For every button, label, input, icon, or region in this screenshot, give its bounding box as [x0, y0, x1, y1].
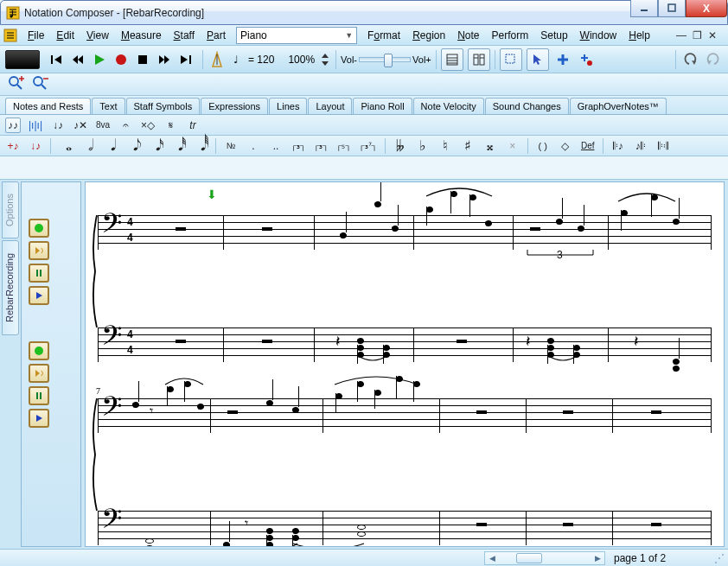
tab-lines[interactable]: Lines	[269, 98, 307, 114]
tool-paren[interactable]: ( )	[535, 138, 551, 154]
app-menu-icon[interactable]	[3, 29, 17, 42]
panic-stop-button[interactable]	[5, 50, 40, 69]
undo-button[interactable]	[680, 50, 699, 69]
tool-down-note-2[interactable]: ↓♪	[28, 138, 43, 154]
tool-default[interactable]: Def	[580, 138, 596, 154]
tool-tuplet-3b[interactable]: ┌₃┐	[313, 138, 329, 154]
go-start-button[interactable]	[47, 50, 66, 69]
mdi-restore-button[interactable]: ❐	[692, 29, 702, 41]
track-1-mute-button[interactable]	[29, 219, 49, 238]
track-1-play-button[interactable]	[29, 286, 49, 305]
tab-sound-changes[interactable]: Sound Changes	[485, 98, 569, 114]
tool-sixteenth-note[interactable]: 𝅘𝅥𝅯	[148, 138, 163, 154]
pointer-tool-button[interactable]	[527, 48, 549, 71]
tool-dot[interactable]: .	[246, 138, 261, 154]
tab-expressions[interactable]: Expressions	[201, 98, 268, 114]
fast-forward-button[interactable]	[155, 50, 174, 69]
rewind-button[interactable]	[68, 50, 87, 69]
tool-no-dot[interactable]: №	[223, 138, 239, 154]
menu-perform[interactable]: Perform	[487, 28, 534, 43]
menu-file[interactable]: File	[22, 28, 49, 43]
tab-piano-roll[interactable]: Piano Roll	[353, 98, 412, 114]
menu-region[interactable]: Region	[407, 28, 450, 43]
track-1-config-button[interactable]	[29, 264, 49, 283]
tool-flat[interactable]: ♭	[415, 138, 431, 154]
add-tool-button[interactable]	[553, 50, 572, 69]
tool-tuplet-5[interactable]: ┌₅┐	[335, 138, 351, 154]
zoom-stepper[interactable]	[319, 50, 331, 69]
view-page-button[interactable]	[441, 48, 463, 71]
tool-ornament[interactable]: ×◇	[140, 118, 156, 133]
tool-beamed-notes[interactable]: ♪♪	[5, 118, 21, 133]
tool-x-note[interactable]: ♪✕	[73, 118, 88, 133]
view-continuous-button[interactable]	[468, 48, 490, 71]
tool-trill[interactable]: tr	[185, 118, 201, 133]
tool-32nd-note[interactable]: 𝅘𝅥𝅰	[170, 138, 186, 154]
tool-down-note[interactable]: ↓♪	[50, 118, 66, 133]
menu-window[interactable]: Window	[575, 28, 623, 43]
menu-part[interactable]: Part	[201, 28, 231, 43]
sidetab-rebarrecording[interactable]: RebarRecording	[2, 240, 19, 335]
zoom-in-button[interactable]	[7, 74, 24, 94]
tool-double-sharp[interactable]: 𝄪	[482, 138, 498, 154]
menu-edit[interactable]: EditEdit	[51, 28, 80, 43]
maximize-button[interactable]	[658, 0, 686, 17]
menu-format[interactable]: Format	[362, 28, 406, 43]
tool-double-flat[interactable]: 𝄫	[393, 138, 408, 154]
menu-help[interactable]: Help	[623, 28, 655, 43]
scroll-thumb[interactable]	[516, 553, 542, 563]
part-select[interactable]: Piano ▼	[236, 27, 357, 44]
menu-note[interactable]: Note	[452, 28, 484, 43]
tab-graph-over-notes[interactable]: GraphOverNotes™	[570, 98, 667, 114]
tool-bars[interactable]: |ı|ı|	[28, 118, 43, 133]
track-2-mute-button[interactable]	[29, 341, 49, 360]
tool-8va[interactable]: 8va	[95, 118, 111, 133]
tool-sharp[interactable]: ♯	[460, 138, 476, 154]
minimize-button[interactable]	[630, 0, 658, 17]
tool-repeat-both[interactable]: 𝄆𝄇	[655, 138, 671, 154]
scroll-right-button[interactable]: ▶	[591, 552, 604, 564]
tool-repeat-start[interactable]: 𝄆♪	[610, 138, 626, 154]
select-tool-button[interactable]	[500, 48, 522, 71]
tab-staff-symbols[interactable]: Staff Symbols	[126, 98, 201, 114]
track-2-play-button[interactable]	[29, 409, 49, 428]
stop-button[interactable]	[133, 50, 152, 69]
mdi-close-button[interactable]: ✕	[707, 29, 718, 41]
go-end-button[interactable]	[176, 50, 195, 69]
redo-button[interactable]	[704, 50, 723, 69]
track-1-solo-button[interactable]	[29, 241, 49, 260]
tool-natural[interactable]: ♮	[437, 138, 453, 154]
metronome-icon[interactable]	[208, 50, 227, 69]
zoom-out-button[interactable]	[31, 74, 48, 94]
tool-whole-note[interactable]: 𝅝	[58, 138, 73, 154]
menu-setup[interactable]: Setup	[535, 28, 572, 43]
record-button[interactable]	[112, 50, 131, 69]
scroll-left-button[interactable]: ◀	[485, 552, 499, 564]
tool-tuplet-37[interactable]: ┌₃⁷┐	[359, 138, 378, 154]
track-2-solo-button[interactable]	[29, 364, 49, 383]
menu-measure[interactable]: Measure	[116, 28, 167, 43]
tool-double-dot[interactable]: ..	[268, 138, 284, 154]
tool-64th-note[interactable]: 𝅘𝅥𝅱	[193, 138, 208, 154]
volume-slider[interactable]: Vol- Vol+	[341, 54, 431, 65]
resize-grip-icon[interactable]: ⋰	[714, 552, 725, 564]
score-canvas[interactable]: ⬇ 𝄢 44	[85, 181, 725, 547]
tool-tuplet-3a[interactable]: ┌₃┐	[291, 138, 306, 154]
tab-note-velocity[interactable]: Note Velocity	[413, 98, 484, 114]
tool-quarter-note[interactable]: 𝅘𝅥	[103, 138, 118, 154]
close-button[interactable]: X	[686, 0, 727, 17]
tool-half-note[interactable]: 𝅗𝅥	[80, 138, 96, 154]
menu-staff[interactable]: Staff	[169, 28, 200, 43]
tab-layout[interactable]: Layout	[308, 98, 352, 114]
add-note-tool-button[interactable]	[577, 50, 596, 69]
mdi-minimize-button[interactable]: —	[676, 29, 686, 41]
tool-repeat-end[interactable]: ♪𝄆	[633, 138, 648, 154]
tool-remove-accidental[interactable]: ×	[505, 138, 520, 154]
horizontal-scrollbar[interactable]: ◀ ▶	[484, 551, 605, 565]
tool-add-note[interactable]: +♪	[5, 138, 21, 154]
tool-eighth-note[interactable]: 𝅘𝅥𝅮	[125, 138, 141, 154]
menu-view[interactable]: View	[81, 28, 114, 43]
sidetab-options[interactable]: Options	[2, 181, 19, 238]
tool-segno[interactable]: 𝄋	[163, 118, 178, 133]
tab-text[interactable]: Text	[92, 98, 125, 114]
